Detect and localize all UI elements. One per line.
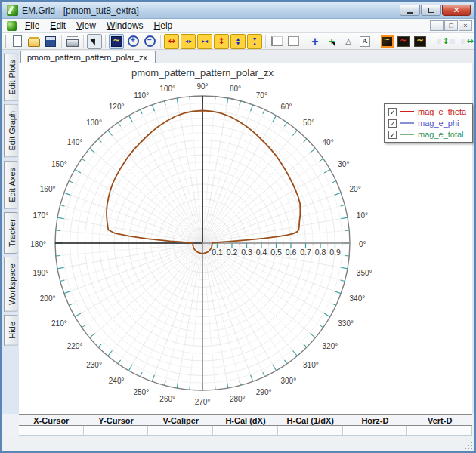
angle-label: 130° — [86, 119, 102, 127]
compress-x-icon[interactable] — [197, 34, 212, 49]
legend-label: mag_e_theta — [418, 107, 466, 116]
sidebar-tab-edit-graph[interactable]: Edit Graph — [4, 104, 18, 158]
zoom-out-icon[interactable] — [142, 34, 157, 49]
toolbar: Layout — [2, 33, 474, 50]
sidebar-tab-edit-plots[interactable]: Edit Plots — [4, 53, 18, 101]
angle-tick — [57, 267, 64, 269]
pointer-icon[interactable] — [87, 34, 102, 49]
arrows-x-icon[interactable] — [181, 34, 196, 49]
expand-y-icon[interactable] — [214, 34, 229, 49]
angle-tick — [251, 375, 253, 381]
legend-checkbox-mag_e_phi[interactable]: ✓ — [388, 119, 397, 128]
restore-button[interactable] — [421, 5, 441, 16]
radius-label: 0.1 — [212, 248, 223, 257]
curve-red-icon[interactable] — [396, 34, 411, 49]
sidebar-tab-tracker[interactable]: Tracker — [4, 212, 18, 254]
spacing-vertical-icon[interactable] — [434, 34, 457, 49]
legend-row-mag_e_phi: ✓mag_e_phi — [388, 119, 466, 128]
minimize-button[interactable] — [400, 5, 420, 16]
legend-line-sample — [400, 134, 414, 135]
angle-tick — [90, 334, 95, 338]
angle-label: 160° — [40, 185, 56, 193]
menu-help[interactable]: Help — [149, 20, 178, 32]
curve-yellow-icon[interactable] — [413, 34, 428, 49]
angle-label: 330° — [338, 319, 354, 328]
zoom-in-icon[interactable] — [125, 34, 141, 49]
angle-label: 200° — [40, 294, 56, 303]
legend-checkbox-mag_e_total[interactable]: ✓ — [388, 131, 397, 139]
legend-checkbox-mag_e_theta[interactable]: ✓ — [388, 108, 397, 116]
legend-label: mag_e_total — [418, 130, 464, 139]
grid-radial-line — [202, 243, 240, 385]
angle-label: 100° — [159, 85, 175, 93]
toolbar-separator — [61, 35, 62, 48]
sidebar-tab-strip: Edit PlotsEdit GraphEdit AxesTrackerWork… — [2, 50, 19, 414]
angle-label: 40° — [323, 138, 334, 146]
angle-tick — [165, 101, 166, 106]
angle-tick — [64, 291, 70, 294]
new-document-icon[interactable] — [10, 34, 25, 49]
mdi-document-icon[interactable] — [7, 21, 17, 31]
menu-file[interactable]: File — [20, 20, 45, 32]
arrows-y-icon[interactable] — [230, 34, 246, 49]
angle-tick — [345, 255, 349, 256]
toolbar-separator — [265, 35, 266, 48]
text-annotation-icon[interactable] — [357, 34, 372, 49]
angle-label: 150° — [51, 160, 67, 168]
resize-grip[interactable] — [464, 441, 473, 450]
readout-cell-0 — [19, 426, 84, 435]
spacing-horizontal-icon[interactable] — [459, 34, 474, 49]
expand-x-icon[interactable] — [164, 34, 179, 49]
angle-label: 300° — [281, 377, 297, 385]
open-file-icon[interactable] — [26, 34, 42, 49]
grid-radial-line — [60, 243, 202, 281]
angle-tick — [60, 280, 65, 282]
caliper-triangle-icon[interactable] — [341, 34, 356, 49]
restore-icon — [428, 8, 434, 13]
compress-y-icon[interactable] — [247, 34, 262, 49]
tracker-cursor-icon[interactable] — [324, 34, 339, 49]
angle-tick — [227, 98, 228, 105]
crosshair-icon[interactable] — [308, 34, 323, 49]
angle-tick — [240, 101, 241, 106]
sidebar-tab-workspace[interactable]: Workspace — [4, 257, 18, 312]
legend-row-mag_e_theta: ✓mag_e_theta — [388, 107, 466, 116]
radius-label: 0.3 — [241, 248, 252, 257]
angle-label: 240° — [109, 377, 125, 385]
angle-tick — [60, 205, 65, 207]
radius-label: 0.6 — [286, 248, 297, 257]
radius-label: 0.4 — [256, 248, 267, 257]
document-tab[interactable]: pmom_pattern_pattern_polar_zx — [20, 51, 156, 63]
frame-corner-icon[interactable] — [269, 34, 284, 49]
close-button[interactable]: ✕ — [442, 5, 471, 16]
print-icon[interactable] — [65, 34, 80, 49]
sidebar-tab-hide[interactable]: Hide — [4, 315, 18, 346]
angle-tick — [98, 139, 101, 142]
angle-tick — [273, 116, 277, 122]
mdi-minimize-button[interactable]: – — [430, 20, 444, 31]
mdi-restore-button[interactable]: □ — [444, 20, 458, 31]
readout-cell-6 — [407, 426, 472, 435]
menu-windows[interactable]: Windows — [101, 20, 149, 32]
angle-tick — [341, 280, 345, 282]
readout-cell-5 — [343, 426, 408, 435]
sidebar-tab-edit-axes[interactable]: Edit Axes — [4, 161, 18, 209]
menu-edit[interactable]: Edit — [45, 20, 71, 32]
mdi-close-button[interactable]: × — [459, 20, 472, 31]
pan-zoom-icon[interactable] — [109, 34, 124, 49]
angle-label: 90° — [196, 82, 208, 91]
status-bar — [2, 436, 474, 451]
save-icon[interactable] — [43, 34, 58, 49]
toolbar-separator — [431, 35, 431, 48]
frame-box-icon[interactable] — [286, 34, 301, 49]
angle-label: 190° — [32, 269, 48, 277]
menu-bar: FileEditViewWindowsHelp – □ × — [2, 19, 474, 33]
angle-tick — [69, 181, 73, 183]
toolbar-grip[interactable] — [5, 35, 6, 48]
angle-tick — [98, 344, 101, 347]
grid-radial-line — [60, 205, 202, 243]
plot-highlight-icon[interactable] — [379, 34, 394, 49]
angle-label: 70° — [256, 91, 267, 100]
menu-view[interactable]: View — [71, 20, 101, 32]
angle-tick — [56, 230, 60, 231]
